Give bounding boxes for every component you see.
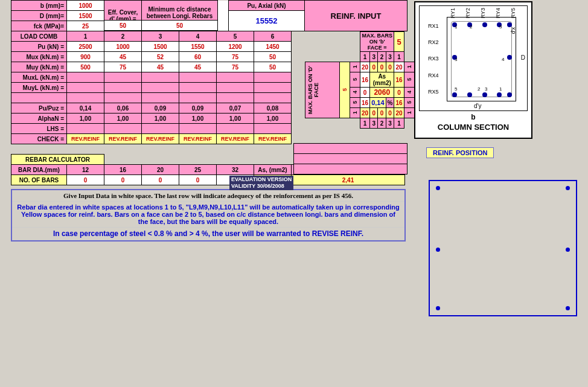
minccc-value[interactable]: 50 <box>142 21 218 31</box>
reinf-position-diagram <box>429 180 577 316</box>
pu-axial-value: 15552 <box>229 11 305 31</box>
d-label: D (mm)= <box>11 11 67 21</box>
fck-label: fck (MPa)= <box>11 21 67 31</box>
reinf-input-label: REINF. INPUT <box>305 1 407 31</box>
load-table: LOAD COMB 1 2 3 4 5 6 Pu (kN) = 2500 100… <box>11 31 292 144</box>
b-value[interactable]: 1000 <box>67 1 104 11</box>
effcover-value2[interactable]: 50 <box>104 21 142 31</box>
d-value[interactable]: 1500 <box>67 11 104 21</box>
b-dim-label: b <box>415 113 531 121</box>
info-box: Give Input Data in white space. The last… <box>11 189 406 241</box>
reinf-position-button[interactable]: REINF. POSITION <box>426 147 494 158</box>
column-section-title: COLUMN SECTION <box>415 123 531 132</box>
evaluation-watermark: EVALUATION VERSION VALIDITY 30/06/2008 <box>229 176 293 190</box>
pu-axial-label: Pu, Axial (kN) <box>229 1 305 11</box>
maxbars-table: MAX. BARS ON 'b' FACE = 5 1 3 2 3 1 MAX.… <box>305 31 415 129</box>
column-section-diagram: RY1 RY2 RY3 RY4 RY5 RX1 RX2 RX3 RX4 RX5 … <box>414 1 532 139</box>
fck-value[interactable]: 25 <box>67 21 104 31</box>
b-label: b (mm)= <box>11 1 67 11</box>
loadcomb-label: LOAD COMB <box>11 31 67 42</box>
